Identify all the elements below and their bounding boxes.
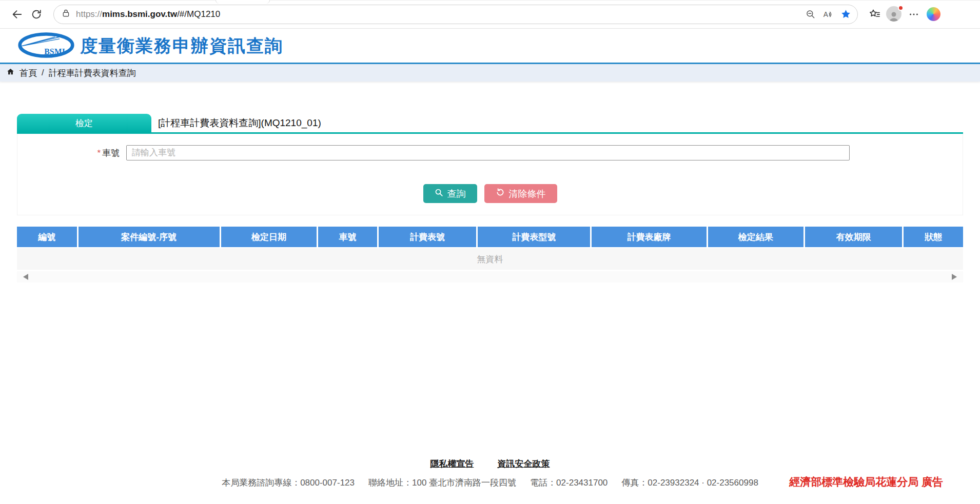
reset-icon [496, 188, 505, 199]
ellipsis-icon [908, 9, 919, 20]
clear-conditions-button[interactable]: 清除條件 [484, 184, 557, 203]
browser-tab-edge [215, 0, 270, 4]
browser-toolbar: https://mims.bsmi.gov.tw/#/MQ1210 A [0, 0, 980, 29]
tab-row: 檢定 [計程車計費表資料查詢](MQ1210_01) [17, 114, 963, 132]
notification-dot [898, 5, 904, 11]
col-header-case-number: 案件編號-序號 [79, 227, 220, 247]
search-icon [435, 188, 443, 199]
results-table: 編號 案件編號-序號 檢定日期 車號 計費表號 計費表型號 計費表廠牌 檢定結果… [17, 227, 963, 283]
empty-data-row: 無資料 [17, 248, 963, 270]
search-button[interactable]: 查詢 [423, 184, 477, 203]
required-mark: * [97, 148, 101, 158]
address-bar[interactable]: https://mims.bsmi.gov.tw/#/MQ1210 A [53, 5, 858, 24]
svg-text:BSMI: BSMI [44, 47, 65, 55]
search-button-label: 查詢 [447, 188, 466, 200]
horizontal-scrollbar[interactable] [17, 271, 963, 283]
home-icon[interactable] [6, 68, 15, 78]
breadcrumb: 首頁 / 計程車計費表資料查詢 [0, 64, 980, 82]
contact-address: 聯絡地址：100 臺北市濟南路一段四號 [368, 477, 516, 489]
refresh-button[interactable] [27, 5, 46, 24]
branch-ad-text: 經濟部標準檢驗局花蓮分局 廣告 [789, 475, 943, 489]
plate-number-input[interactable] [126, 145, 850, 160]
tab-inspection[interactable]: 檢定 [17, 114, 151, 132]
read-aloud-button[interactable]: A [819, 6, 837, 23]
col-header-id: 編號 [17, 227, 77, 247]
url-text: https://mims.bsmi.gov.tw/#/MQ1210 [76, 9, 802, 19]
back-arrow-icon [11, 9, 23, 20]
favorite-star-icon [840, 9, 851, 19]
read-aloud-icon: A [822, 9, 834, 20]
profile-button[interactable] [885, 5, 904, 24]
zoom-out-icon [806, 9, 816, 19]
page-title: [計程車計費表資料查詢](MQ1210_01) [158, 116, 321, 130]
svg-text:A: A [824, 10, 829, 18]
back-button[interactable] [7, 5, 27, 24]
col-header-plate-number: 車號 [318, 227, 377, 247]
clear-button-label: 清除條件 [509, 188, 546, 200]
copilot-button[interactable] [924, 5, 943, 24]
site-lock-icon[interactable] [61, 8, 71, 20]
col-header-valid-until: 有效期限 [805, 227, 902, 247]
breadcrumb-current: 計程車計費表資料查詢 [49, 67, 136, 79]
favorites-hub-button[interactable] [865, 5, 885, 24]
empty-data-text: 無資料 [477, 253, 503, 265]
site-title: 度量衡業務申辦資訊查詢 [80, 34, 283, 58]
tab-inspection-label: 檢定 [75, 117, 93, 129]
scroll-right-arrow-icon[interactable] [952, 274, 957, 280]
site-header: BSMI 度量衡業務申辦資訊查詢 [0, 29, 980, 63]
contact-fax: 傳真：02-23932324 · 02-23560998 [621, 477, 758, 489]
breadcrumb-home[interactable]: 首頁 [19, 67, 37, 79]
contact-phone: 電話：02-23431700 [530, 477, 607, 489]
zoom-out-button[interactable] [802, 6, 819, 23]
footer: 隱私權宣告 資訊安全政策 本局業務諮詢專線：0800-007-123 聯絡地址：… [0, 458, 980, 489]
privacy-policy-link[interactable]: 隱私權宣告 [430, 458, 474, 470]
col-header-meter-number: 計費表號 [379, 227, 476, 247]
scroll-left-arrow-icon[interactable] [23, 274, 28, 280]
plate-number-label: *車號 [17, 147, 126, 159]
footer-links: 隱私權宣告 資訊安全政策 [0, 458, 980, 470]
action-buttons: 查詢 清除條件 [17, 184, 963, 203]
avatar [886, 6, 903, 23]
favorites-hub-icon [869, 8, 881, 21]
col-header-status: 狀態 [904, 227, 963, 247]
breadcrumb-separator: / [42, 68, 44, 78]
favorite-star-button[interactable] [837, 6, 854, 23]
col-header-meter-brand: 計費表廠牌 [592, 227, 706, 247]
copilot-icon [927, 7, 940, 21]
col-header-inspection-result: 檢定結果 [708, 227, 803, 247]
table-header-row: 編號 案件編號-序號 檢定日期 車號 計費表號 計費表型號 計費表廠牌 檢定結果… [17, 227, 963, 247]
contact-hotline: 本局業務諮詢專線：0800-007-123 [222, 477, 355, 489]
plate-number-row: *車號 [17, 145, 850, 160]
refresh-icon [31, 9, 42, 20]
col-header-meter-model: 計費表型號 [478, 227, 590, 247]
security-policy-link[interactable]: 資訊安全政策 [498, 458, 550, 470]
settings-menu-button[interactable] [904, 5, 924, 24]
col-header-inspection-date: 檢定日期 [221, 227, 317, 247]
query-panel: *車號 查詢 清除條件 [17, 134, 963, 215]
bsmi-logo[interactable]: BSMI [17, 32, 75, 60]
